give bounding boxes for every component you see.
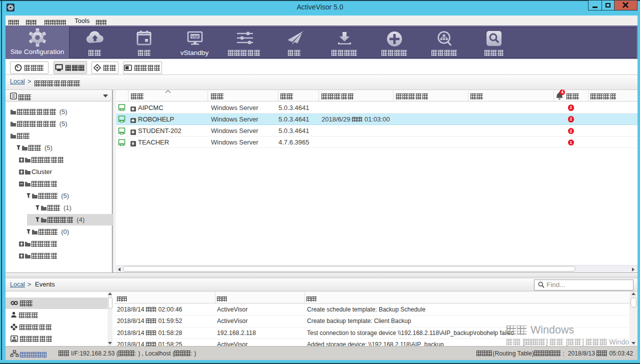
svg-text:VSR: VSR (191, 34, 199, 39)
